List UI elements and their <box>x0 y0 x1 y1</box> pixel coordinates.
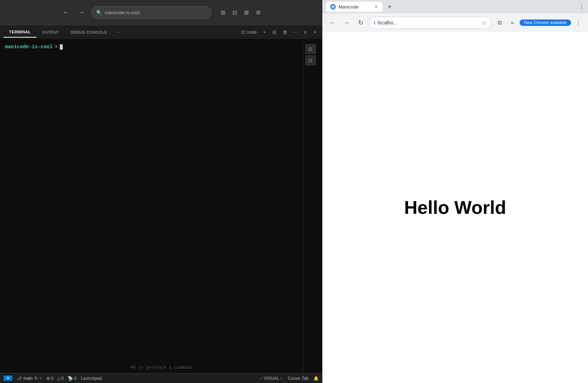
back-button[interactable]: ← <box>60 7 72 18</box>
more-actions-button[interactable]: ··· <box>291 28 300 36</box>
address-text: manicode-is-cool <box>105 10 140 15</box>
chrome-address-text: localho... <box>378 20 480 26</box>
broadcast-count[interactable]: 📡 0 <box>68 376 77 381</box>
status-errors: ⊗ 0 △ 0 <box>46 376 63 381</box>
launchpad-item[interactable]: Launchpad <box>81 376 102 381</box>
status-bar: ✕ ⎇ main ↻ ⑂ ⊗ 0 △ 0 📡 0 <box>0 373 322 383</box>
chrome-browser: M Manicode × + ⋮ ← → ↻ ℹ localho... ☆ ⧉ … <box>322 0 588 383</box>
sync-icon: ↻ <box>34 376 38 381</box>
cursor-tab-label: Cursor Tab <box>288 376 309 381</box>
git-branch-label: main <box>23 376 33 381</box>
chrome-menu-button[interactable]: ⋮ <box>579 4 584 10</box>
chrome-reload-button[interactable]: ↻ <box>355 17 366 28</box>
vscode-panel: ← → 🔍 manicode-is-cool ⊞ ⊟ ⊠ ⚙ TERMINAL … <box>0 0 322 383</box>
chrome-titlebar: M Manicode × + ⋮ <box>322 0 588 13</box>
settings-button[interactable]: ⚙ <box>254 8 263 17</box>
bell-icon[interactable]: 🔔 <box>313 376 319 381</box>
chrome-back-button[interactable]: ← <box>327 17 338 28</box>
extension-icon: ✕ <box>6 376 10 380</box>
fork-icon: ⑂ <box>40 376 42 381</box>
warning-number: 0 <box>61 376 64 381</box>
tab-title: Manicode <box>339 4 358 10</box>
bookmark-star-icon[interactable]: ☆ <box>482 20 487 26</box>
broadcast-number: 0 <box>74 376 77 381</box>
visual-mode-label: -- VISUAL -- <box>260 376 283 381</box>
split-terminal-button[interactable]: ⊟ <box>270 28 279 36</box>
terminal-side-btn-2[interactable]: ⊡ <box>305 55 316 65</box>
prompt-path: manicode-is-cool <box>5 44 52 50</box>
more-nav-button[interactable]: » <box>507 17 518 28</box>
chrome-navbar: ← → ↻ ℹ localho... ☆ ⧉ » New Chrome avai… <box>322 13 588 32</box>
tab-close-button[interactable]: × <box>374 4 378 10</box>
toggle-panel-button[interactable]: ⊞ <box>219 8 227 17</box>
chrome-right-icons: ⧉ » New Chrome available ⋮ <box>494 17 584 28</box>
error-count[interactable]: ⊗ 0 <box>46 376 53 381</box>
terminal-content[interactable]: manicode-is-cool > ⊡ ⊡ ⌘K to generate a … <box>0 39 322 383</box>
extensions-button[interactable]: ⧉ <box>494 17 505 28</box>
panel-tabs: TERMINAL OUTPUT DEBUG CONSOLE ··· ⊡ node… <box>0 25 322 39</box>
chrome-kebab-button[interactable]: ⋮ <box>573 17 584 28</box>
status-right: -- VISUAL -- Cursor Tab 🔔 <box>260 376 319 381</box>
hello-world-heading: Hello World <box>404 197 506 218</box>
address-bar[interactable]: 🔍 manicode-is-cool <box>91 6 211 19</box>
chrome-address-bar[interactable]: ℹ localho... ☆ <box>369 17 491 29</box>
launchpad-label: Launchpad <box>81 376 102 381</box>
chrome-content: Hello World <box>322 32 588 383</box>
search-icon: 🔍 <box>96 10 102 15</box>
chrome-tab-manicode[interactable]: M Manicode × <box>326 2 383 12</box>
branch-badge[interactable]: ✕ <box>4 376 12 381</box>
terminal-prompt: manicode-is-cool > <box>5 44 303 50</box>
tab-terminal[interactable]: TERMINAL <box>4 27 36 38</box>
vscode-topbar: ← → 🔍 manicode-is-cool ⊞ ⊟ ⊠ ⚙ <box>0 0 322 25</box>
terminal-side-btn-1[interactable]: ⊡ <box>305 44 316 54</box>
toolbar-icons: ⊞ ⊟ ⊠ ⚙ <box>219 8 263 17</box>
git-status[interactable]: ⎇ main ↻ ⑂ <box>17 376 42 381</box>
error-icon: ⊗ <box>46 376 50 381</box>
tab-favicon: M <box>330 4 336 10</box>
terminal-sidebar: ⊡ ⊡ <box>303 43 317 379</box>
run-node-button[interactable]: ⊡ node <box>239 28 259 36</box>
prompt-arrow: > <box>55 44 57 50</box>
collapse-panel-button[interactable]: ∨ <box>301 28 310 36</box>
warning-icon: △ <box>57 376 60 381</box>
terminal-icon: ⊡ <box>241 29 245 35</box>
branch-icon: ⎇ <box>17 376 22 381</box>
delete-terminal-button[interactable]: 🗑 <box>280 28 290 36</box>
node-label: node <box>247 29 257 35</box>
toggle-sidebar-button[interactable]: ⊠ <box>242 8 251 17</box>
terminal-main: manicode-is-cool > <box>5 43 303 379</box>
close-panel-button[interactable]: × <box>311 28 319 36</box>
warning-count[interactable]: △ 0 <box>57 376 64 381</box>
broadcast-icon: 📡 <box>68 376 73 381</box>
terminal-hint: ⌘K to generate a command <box>131 365 192 370</box>
security-icon: ℹ <box>374 20 375 26</box>
status-left: ✕ ⎇ main ↻ ⑂ ⊗ 0 △ 0 📡 0 <box>4 376 102 381</box>
terminal-cursor <box>60 44 63 50</box>
split-editor-button[interactable]: ⊟ <box>230 8 239 17</box>
chrome-forward-button[interactable]: → <box>341 17 352 28</box>
tab-more[interactable]: ··· <box>113 27 124 38</box>
tab-debug-console[interactable]: DEBUG CONSOLE <box>65 27 113 37</box>
tab-output[interactable]: OUTPUT <box>36 27 65 37</box>
add-terminal-button[interactable]: + <box>261 28 268 36</box>
forward-button[interactable]: → <box>75 7 87 18</box>
panel-tab-right: ⊡ node + ⊟ 🗑 ··· ∨ × <box>239 28 319 36</box>
new-tab-button[interactable]: + <box>385 2 395 12</box>
new-chrome-banner[interactable]: New Chrome available <box>520 20 571 26</box>
error-number: 0 <box>51 376 53 381</box>
